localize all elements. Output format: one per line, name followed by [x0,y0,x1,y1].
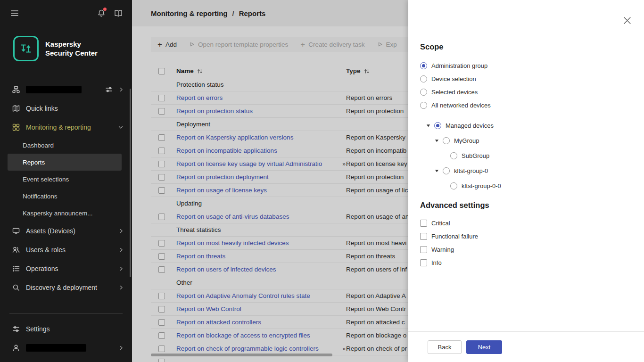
scope-title: Scope [420,42,630,51]
book-icon [114,9,123,17]
radio-icon [420,102,427,109]
server-name-redacted [26,86,82,93]
user-icon [12,344,20,352]
checkbox-functional-failure[interactable]: Functional failure [420,230,630,243]
brand-logo: Kaspersky Security Center [0,26,132,61]
brand-line1: Kaspersky [45,40,98,49]
radio-device-selection[interactable]: Device selection [420,72,630,85]
sidebar-item-dashboard[interactable]: Dashboard [8,137,122,154]
scope-radio-group: Administration group Device selection Se… [420,59,630,112]
chevron-right-icon [119,228,124,234]
brand-line2: Security Center [45,49,98,58]
kaspersky-logo-icon [13,36,39,61]
sidebar-item-event-selections[interactable]: Event selections [8,171,122,188]
app-window: Kaspersky Security Center Quick links Mo… [0,0,644,362]
tree-radio-icon[interactable] [443,137,450,144]
monitor-icon [12,227,20,235]
sidebar: Kaspersky Security Center Quick links Mo… [0,0,132,362]
radio-all-networked-devices[interactable]: All networked devices [420,99,630,112]
sidebar-item-label: Quick links [26,105,58,112]
tree-node-subgroup[interactable]: SubGroup [420,148,630,163]
chevron-right-icon [119,345,124,351]
radio-icon [420,89,427,96]
sidebar-nav: Quick links Monitoring & reporting Dashb… [0,80,132,297]
chevron-right-icon [119,247,124,253]
sidebar-item-label: Assets (Devices) [26,227,75,235]
close-icon [624,17,631,24]
sidebar-item-server[interactable] [0,80,132,99]
radio-icon [420,62,427,69]
documentation-button[interactable] [114,9,123,17]
monitoring-submenu: Dashboard Reports Event selections Notif… [0,137,132,222]
checkbox-icon [420,259,427,266]
chevron-down-icon [118,125,124,130]
checkbox-icon [420,233,427,240]
tree-radio-icon[interactable] [450,152,457,159]
radio-administration-group[interactable]: Administration group [420,59,630,72]
checkbox-critical[interactable]: Critical [420,216,630,230]
sidebar-divider [9,313,123,314]
sidebar-item-label: Discovery & deployment [26,284,97,291]
checkbox-icon [420,220,427,227]
monitoring-grid-icon [12,123,20,131]
settings-sliders-icon [12,325,20,333]
tree-radio-icon[interactable] [434,122,441,129]
tree-radio-icon[interactable] [450,182,457,189]
username-redacted [26,344,86,352]
next-button[interactable]: Next [466,340,502,354]
tree-node-kltst-group-0[interactable]: kltst-group-0 [420,163,630,178]
close-drawer-button[interactable] [623,16,632,26]
sidebar-item-discovery-deployment[interactable]: Discovery & deployment [0,278,132,297]
administration-group-tree: Managed devices MyGroup SubGroup kltst-g… [420,118,630,193]
sidebar-scrollbar[interactable] [130,89,131,277]
checkbox-icon [420,246,427,253]
radio-icon [420,75,427,82]
back-button[interactable]: Back [428,340,462,354]
server-tree-icon [12,86,20,93]
chevron-right-icon [119,87,124,92]
tree-node-mygroup[interactable]: MyGroup [420,133,630,148]
severity-checkbox-group: Critical Functional failure Warning Info [420,216,630,269]
tree-expander-icon[interactable] [434,138,440,143]
checkbox-warning[interactable]: Warning [420,243,630,256]
sidebar-item-operations[interactable]: Operations [0,259,132,278]
sidebar-item-monitoring-reporting[interactable]: Monitoring & reporting [0,118,132,137]
sidebar-item-label: Settings [26,325,50,333]
advanced-settings-title: Advanced settings [420,201,630,210]
sidebar-item-settings[interactable]: Settings [0,320,132,338]
operations-list-icon [12,265,20,272]
map-icon [12,105,20,112]
sidebar-item-label: Operations [26,265,58,272]
tree-expander-icon[interactable] [434,168,440,173]
checkbox-info[interactable]: Info [420,256,630,269]
tree-node-managed-devices[interactable]: Managed devices [420,118,630,133]
notification-dot [103,8,107,11]
search-icon [12,284,20,291]
chevron-right-icon [119,285,124,290]
sidebar-item-assets-devices[interactable]: Assets (Devices) [0,222,132,240]
radio-selected-devices[interactable]: Selected devices [420,85,630,99]
new-report-scope-drawer: Scope Administration group Device select… [408,0,644,362]
sidebar-item-quick-links[interactable]: Quick links [0,99,132,118]
tree-radio-icon[interactable] [443,167,450,174]
sliders-icon[interactable] [105,86,113,93]
hamburger-menu-button[interactable] [10,9,19,17]
sidebar-item-label: Users & roles [26,246,66,254]
sidebar-item-announcements[interactable]: Kaspersky announcem... [8,205,122,222]
sidebar-item-user-account[interactable] [0,338,132,357]
sidebar-item-reports[interactable]: Reports [8,154,122,171]
drawer-footer: Back Next [408,331,644,362]
tree-expander-icon[interactable] [426,123,431,128]
notifications-bell-button[interactable] [97,9,106,17]
sidebar-item-notifications[interactable]: Notifications [8,188,122,205]
sidebar-item-label: Monitoring & reporting [26,123,91,131]
tree-node-kltst-group-0-0[interactable]: kltst-group-0-0 [420,178,630,193]
chevron-right-icon [119,266,124,272]
users-icon [12,246,20,254]
hamburger-icon [10,9,19,17]
sidebar-item-users-roles[interactable]: Users & roles [0,240,132,259]
